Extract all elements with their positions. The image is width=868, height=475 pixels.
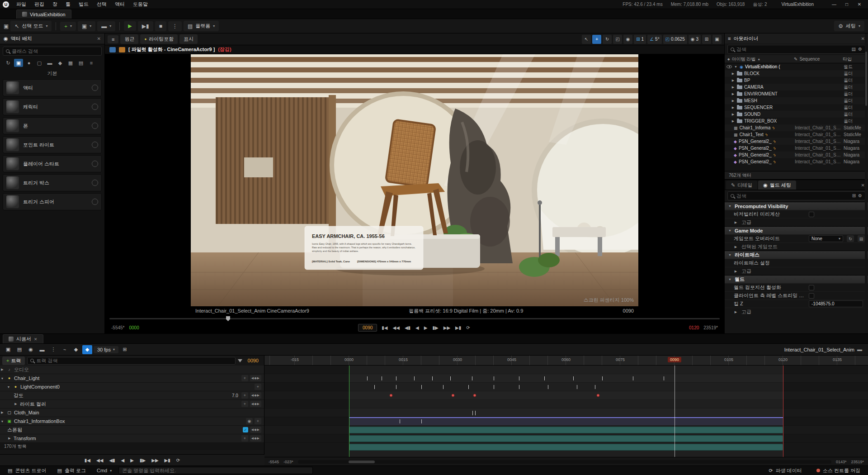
- close-icon[interactable]: ✕: [34, 337, 38, 342]
- rotation-snap-toggle[interactable]: ∠5°: [647, 35, 662, 44]
- mode-selector[interactable]: ↖ 선택 모드 ▾: [10, 21, 52, 31]
- fast-forward-button[interactable]: ▶▶: [443, 325, 450, 330]
- info-icon[interactable]: [92, 85, 98, 91]
- details-scrollbar[interactable]: [865, 33, 868, 333]
- outliner-row-actor[interactable]: ◆ PSN_General2_ϟ Interact_Chair_01_Selec…: [725, 158, 868, 165]
- outliner-row-actor[interactable]: ◆ PSN_General2_ϟ Interact_Chair_01_Selec…: [725, 145, 868, 152]
- close-icon[interactable]: ✕: [861, 36, 865, 41]
- render-movie-icon[interactable]: ▬: [37, 345, 47, 354]
- scale-tool[interactable]: ◰: [613, 35, 622, 44]
- close-button[interactable]: ✕: [854, 2, 865, 7]
- world-local-toggle[interactable]: ◉: [623, 35, 632, 44]
- settings-icon[interactable]: ⚙: [858, 47, 862, 52]
- outliner-row-folder[interactable]: ▶ BLOCK 폴더: [725, 70, 868, 77]
- row-selected-gamemode[interactable]: ▶선택된 게임모드: [725, 242, 868, 251]
- play-options-button[interactable]: ⋮: [168, 21, 182, 31]
- menu-tools[interactable]: 툴: [62, 0, 74, 8]
- volumes-category-icon[interactable]: ▤: [76, 59, 85, 67]
- browse-sequence-icon[interactable]: ▤: [14, 345, 24, 354]
- all-category-icon[interactable]: ≡: [87, 59, 96, 67]
- recent-category-icon[interactable]: ↻: [4, 59, 13, 67]
- console-command-box[interactable]: [118, 467, 313, 474]
- fx-category-icon[interactable]: ◆: [56, 59, 65, 67]
- tab-sequencer[interactable]: 시퀀서 ✕: [3, 334, 43, 343]
- outliner-row-folder[interactable]: ▶ SOUND 폴더: [725, 111, 868, 118]
- current-frame-label[interactable]: 0090: [245, 358, 262, 363]
- transform-section[interactable]: [349, 435, 783, 442]
- section-lightmass[interactable]: ▼라이트매스: [725, 251, 868, 259]
- scrollbar-handle[interactable]: [865, 52, 867, 106]
- info-icon[interactable]: [92, 142, 98, 148]
- gamemode-dropdown[interactable]: None▾: [809, 235, 843, 242]
- fps-dropdown[interactable]: 30 fps ▾: [94, 346, 118, 353]
- track-chair-light[interactable]: ▼ ● Chair_Light + ◀◆▶: [0, 374, 264, 383]
- info-icon[interactable]: [92, 199, 98, 205]
- use-selected-icon[interactable]: ↻: [847, 235, 854, 242]
- play-button[interactable]: ▶: [124, 21, 136, 31]
- step-forward-button[interactable]: ▮▶: [140, 458, 146, 463]
- menu-select[interactable]: 선택: [93, 0, 110, 8]
- outliner-row-folder[interactable]: ▶ BP 폴더: [725, 77, 868, 84]
- current-frame-box[interactable]: 0090: [358, 324, 377, 332]
- timeline-range-bar[interactable]: -5545 -023* 0143* 23519*: [264, 457, 868, 466]
- keyframe-nav[interactable]: ◀◆▶: [250, 375, 261, 381]
- step-forward-button[interactable]: ▮▶: [433, 325, 439, 330]
- curve-editor-icon[interactable]: ~: [60, 345, 70, 354]
- keyframe[interactable]: [390, 394, 393, 397]
- save-icon[interactable]: ▣: [4, 23, 9, 29]
- to-front-button[interactable]: ▮◀: [382, 325, 387, 330]
- keyframe-nav[interactable]: ◀◆▶: [250, 435, 261, 442]
- timeline-scrollbar[interactable]: [298, 460, 831, 464]
- track-search-input[interactable]: [36, 358, 232, 363]
- camera-lock-button[interactable]: ◉: [246, 418, 253, 424]
- section-game-mode[interactable]: ▼Game Mode: [725, 226, 868, 234]
- client-streaming-checkbox[interactable]: [809, 293, 814, 299]
- outliner-header[interactable]: ≡ 아웃라이너 ✕: [725, 33, 868, 43]
- loop-button[interactable]: ⟳: [176, 458, 180, 463]
- platforms-button[interactable]: ▤ 플랫폼 ▾: [184, 21, 219, 31]
- scrollbar-handle[interactable]: [349, 461, 375, 463]
- row-advanced[interactable]: ▶고급: [725, 218, 868, 226]
- add-section-button[interactable]: +: [241, 375, 248, 381]
- level-viewport[interactable]: ≡ 원근 ●라이팅포함 표시 ↖ + ↻ ◰ ◉ ⊞1 ∠5° ◰0.0625 …: [105, 33, 724, 333]
- class-search-input[interactable]: [12, 48, 99, 54]
- place-actor-item-triggerbox[interactable]: 트리거 박스: [3, 174, 102, 191]
- grid-view-icon[interactable]: ⊞: [852, 194, 856, 198]
- tab-world-settings[interactable]: ◉월드 세팅: [758, 180, 796, 190]
- place-actor-item-actor[interactable]: 액터: [3, 79, 102, 96]
- place-actor-item-character[interactable]: 캐릭터: [3, 98, 102, 115]
- add-actor-button[interactable]: +▾: [60, 22, 75, 31]
- sequencer-timeline[interactable]: -015 0000 0015 0030 0045 0060 0075 0090 …: [264, 356, 868, 466]
- info-icon[interactable]: [92, 104, 98, 110]
- outliner-row-folder[interactable]: ▶ TRIGGER_BOX 폴더: [725, 118, 868, 124]
- add-section-button[interactable]: +: [255, 418, 261, 424]
- keyframe-options-icon[interactable]: ◆: [71, 345, 81, 354]
- menu-help[interactable]: 도움말: [129, 0, 151, 8]
- gear-icon[interactable]: ⚙: [858, 194, 862, 198]
- basic-category-icon[interactable]: ▣: [14, 59, 23, 67]
- infobox-section-band[interactable]: [349, 417, 783, 425]
- view-options-icon[interactable]: ⊞: [120, 345, 130, 354]
- menu-build[interactable]: 빌드: [75, 0, 92, 8]
- info-icon[interactable]: [92, 123, 98, 129]
- view-mode-dropdown[interactable]: ●라이팅포함: [140, 34, 178, 44]
- intensity-value[interactable]: 7.0: [232, 393, 238, 398]
- tab-details[interactable]: ✎디테일: [726, 180, 757, 190]
- rewind-button[interactable]: ◀◀: [393, 325, 400, 330]
- play-button[interactable]: ▶: [130, 458, 134, 463]
- track-search-box[interactable]: [27, 357, 235, 365]
- menu-edit[interactable]: 편집: [31, 0, 48, 8]
- scene-view[interactable]: EASY ARMCHAIR, CA. 1955-56 Iconic Easy C…: [105, 54, 724, 306]
- play-reverse-button[interactable]: ◀: [415, 325, 419, 330]
- place-actors-header[interactable]: ◉ 액터 배치 ✕: [0, 33, 104, 44]
- keyframe-nav[interactable]: ◀◆▶: [250, 427, 261, 433]
- spawned-section[interactable]: [349, 427, 783, 433]
- maximize-viewport-button[interactable]: ▣: [712, 35, 722, 44]
- close-icon[interactable]: ✕: [97, 36, 101, 41]
- info-icon[interactable]: [92, 161, 98, 167]
- world-composition-checkbox[interactable]: [809, 285, 814, 290]
- row-advanced[interactable]: ▶고급: [725, 308, 868, 316]
- settings-button[interactable]: ⚙ 세팅 ▾: [834, 21, 864, 31]
- settings-search-box[interactable]: ⊞ ⚙: [727, 191, 865, 200]
- viewport-layout-button[interactable]: ⊞: [702, 35, 711, 44]
